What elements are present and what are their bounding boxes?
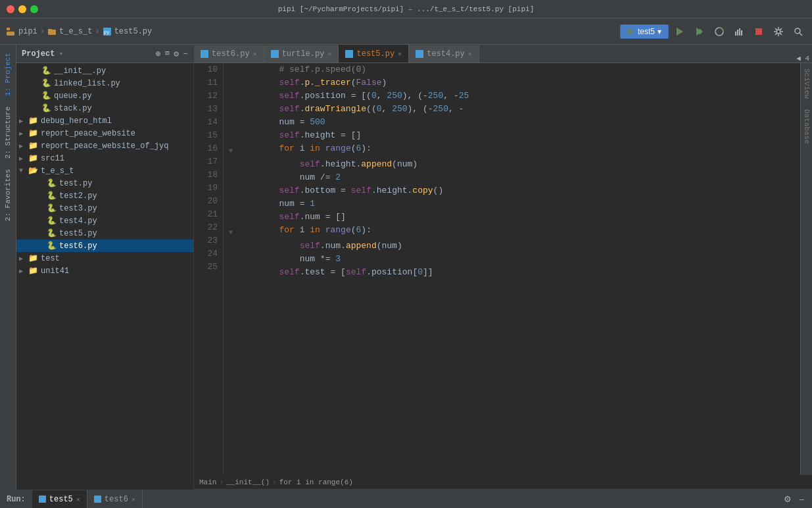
breadcrumb-main[interactable]: Main xyxy=(199,478,216,486)
collapse-all-icon[interactable]: ≡ xyxy=(165,49,170,59)
run-tab-close-icon[interactable]: ✕ xyxy=(131,495,135,503)
coverage-button[interactable] xyxy=(711,24,728,39)
sidebar-dropdown-icon[interactable]: ▾ xyxy=(59,49,63,58)
tree-item-test-folder[interactable]: ▼ 📂 t_e_s_t xyxy=(16,165,193,177)
folder-open-icon: 📂 xyxy=(28,166,38,176)
run-tab-close-icon[interactable]: ✕ xyxy=(76,495,80,503)
toolbar: pipi › t_e_s_t › py test5.py test5 ▾ xyxy=(0,18,812,45)
tab-close-icon[interactable]: ✕ xyxy=(398,50,402,58)
tab-close-icon[interactable]: ✕ xyxy=(468,50,472,58)
run-button[interactable] xyxy=(671,24,688,39)
svg-rect-14 xyxy=(741,30,742,36)
search-everywhere-button[interactable] xyxy=(790,24,807,39)
maximize-window-button[interactable] xyxy=(30,5,38,13)
stop-button[interactable] xyxy=(750,24,767,39)
close-window-button[interactable] xyxy=(7,5,14,13)
breadcrumb-file[interactable]: test5.py xyxy=(114,27,153,36)
tree-item-test6[interactable]: 🐍 test6.py xyxy=(16,240,193,252)
project-tab[interactable]: 1: Project xyxy=(3,50,13,99)
code-line: # self.p.speed(0) xyxy=(229,63,795,76)
tree-item-report-peace-jyq[interactable]: ▶ 📁 report_peace_website_of_jyq xyxy=(16,140,193,152)
tab-test5[interactable]: test5.py ✕ xyxy=(339,45,409,63)
tab-close-icon[interactable]: ✕ xyxy=(327,50,331,58)
py-icon xyxy=(201,50,208,58)
file-label: test4.py xyxy=(59,216,97,226)
code-line: num *= 3 xyxy=(229,253,795,266)
tree-item-report-peace[interactable]: ▶ 📁 report_peace_website xyxy=(16,127,193,140)
run-close-icon[interactable]: – xyxy=(797,493,807,505)
database-tab[interactable]: Database xyxy=(801,104,812,149)
tab-test6[interactable]: test6.py ✕ xyxy=(194,45,264,63)
fold-button[interactable]: ▼ xyxy=(229,145,238,158)
tree-item-stack[interactable]: 🐍 stack.py xyxy=(16,102,193,114)
tree-item-test-folder2[interactable]: ▶ 📁 test xyxy=(16,252,193,265)
py-file-icon: 🐍 xyxy=(41,103,51,113)
breadcrumb-init[interactable]: __init__() xyxy=(226,478,270,486)
folder-label: report_peace_website xyxy=(41,129,135,138)
locate-file-icon[interactable]: ⊕ xyxy=(156,49,161,59)
svg-marker-7 xyxy=(677,28,683,36)
code-content[interactable]: # self.p.speed(0) self.p._tracer(False) … xyxy=(224,63,800,475)
line-num: 23 xyxy=(197,234,218,247)
tree-item-src11[interactable]: ▶ 📁 src11 xyxy=(16,152,193,165)
code-line: self.position = [(0, 250), (-250, -25 xyxy=(229,89,795,103)
favorites-tab[interactable]: 2: Favorites xyxy=(3,166,13,224)
breadcrumb-for[interactable]: for i in range(6) xyxy=(279,478,353,486)
profile-button[interactable] xyxy=(730,24,748,39)
file-label: queue.py xyxy=(54,91,92,101)
fold-button[interactable]: ▼ xyxy=(229,226,238,240)
run-settings-icon[interactable]: ⚙ xyxy=(781,493,794,505)
run-config-button[interactable]: test5 ▾ xyxy=(620,24,669,39)
line-num: 11 xyxy=(197,76,218,89)
tree-item-unit41[interactable]: ▶ 📁 unit41 xyxy=(16,265,193,277)
tab-label: test4.py xyxy=(427,49,465,59)
code-text: num /= 2 xyxy=(238,171,341,184)
tree-item-test4[interactable]: 🐍 test4.py xyxy=(16,215,193,227)
folder-icon: 📁 xyxy=(28,253,38,263)
tree-item-test2[interactable]: 🐍 test2.py xyxy=(16,190,193,202)
code-line: num /= 2 xyxy=(229,171,795,184)
file-label: __init__.py xyxy=(54,66,106,76)
tabs-scroll-button[interactable]: ◀ 4 xyxy=(794,54,812,63)
folder-icon: 📁 xyxy=(28,153,38,163)
debug-button[interactable] xyxy=(691,24,708,39)
code-text: for i in range(6): xyxy=(238,224,371,237)
tree-item-linked-list[interactable]: 🐍 linked_list.py xyxy=(16,77,193,89)
tab-turtle[interactable]: turtle.py ✕ xyxy=(264,45,339,63)
tree-item-test3[interactable]: 🐍 test3.py xyxy=(16,202,193,215)
tree-item-debug-hero[interactable]: ▶ 📁 debug_hero_html xyxy=(16,114,193,127)
tree-item-queue[interactable]: 🐍 queue.py xyxy=(16,89,193,102)
run-tab-test5[interactable]: test5 ✕ xyxy=(32,490,87,509)
code-line: self.height = [] xyxy=(229,129,795,142)
tab-test4[interactable]: test4.py ✕ xyxy=(409,45,479,63)
folder-icon: 📁 xyxy=(28,141,38,151)
structure-tab-left[interactable]: 2: Structure xyxy=(3,104,13,161)
sidebar-header: Project ▾ ⊕ ≡ ⚙ – xyxy=(16,45,193,63)
tab-close-icon[interactable]: ✕ xyxy=(253,50,257,58)
svg-rect-15 xyxy=(755,28,762,35)
run-tab-label: test5 xyxy=(49,495,73,504)
line-num: 20 xyxy=(197,195,218,208)
right-panel: SciView Database xyxy=(800,63,812,475)
line-num: 18 xyxy=(197,168,218,182)
breadcrumb-pipi[interactable]: pipi xyxy=(18,27,37,36)
sidebar: Project ▾ ⊕ ≡ ⚙ – 🐍 __init__.py 🐍 linked… xyxy=(16,45,194,490)
breadcrumb-test-folder[interactable]: t_e_s_t xyxy=(59,27,92,36)
hide-sidebar-icon[interactable]: – xyxy=(183,49,188,59)
tree-item-test[interactable]: 🐍 test.py xyxy=(16,177,193,190)
svg-rect-23 xyxy=(39,495,46,503)
tree-item-test5[interactable]: 🐍 test5.py xyxy=(16,227,193,240)
code-line: self.num = [] xyxy=(229,211,795,224)
minimize-window-button[interactable] xyxy=(18,5,26,13)
settings-icon[interactable]: ⚙ xyxy=(174,49,179,59)
run-tab-test6[interactable]: test6 ✕ xyxy=(87,490,143,509)
sciview-tab[interactable]: SciView xyxy=(801,63,812,104)
svg-marker-6 xyxy=(629,28,634,35)
tree-item-init[interactable]: 🐍 __init__.py xyxy=(16,64,193,77)
editor-area: test6.py ✕ turtle.py ✕ test5.py ✕ test4.… xyxy=(194,45,812,490)
file-label: test3.py xyxy=(59,204,97,213)
tab-label: test6.py xyxy=(212,49,250,59)
svg-rect-12 xyxy=(737,30,738,36)
py-icon xyxy=(39,495,46,503)
settings-button[interactable] xyxy=(770,24,787,39)
